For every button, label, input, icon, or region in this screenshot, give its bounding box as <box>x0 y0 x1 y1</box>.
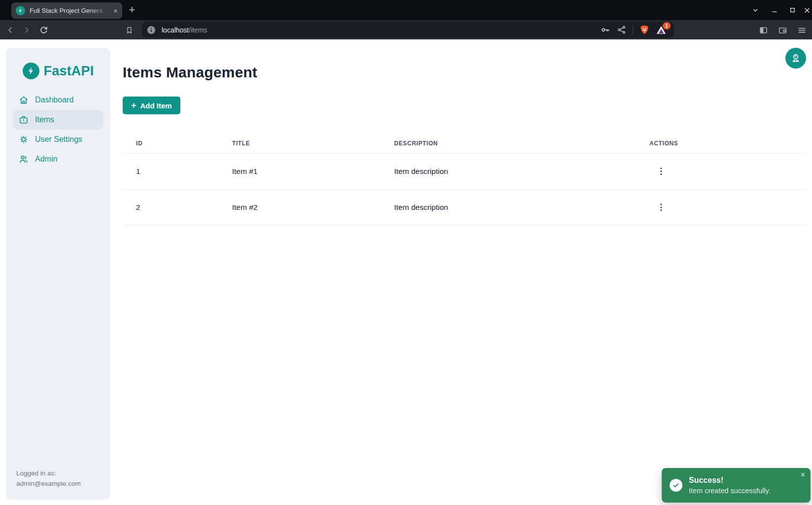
sidebar-item-dashboard[interactable]: Dashboard <box>13 90 103 110</box>
sidebar-item-user-settings[interactable]: User Settings <box>13 130 103 149</box>
home-icon <box>19 95 29 105</box>
row-actions-kebab-icon[interactable]: ⋮ <box>654 201 668 214</box>
column-header-id: ID <box>123 140 232 147</box>
toast-close-icon[interactable]: × <box>801 471 805 479</box>
tab-search-icon[interactable] <box>750 0 760 20</box>
table-header-row: ID TITLE DESCRIPTION ACTIONS <box>123 133 806 153</box>
column-header-actions: ACTIONS <box>649 140 806 147</box>
sidebar-toggle-icon[interactable] <box>757 24 770 36</box>
cell-id: 2 <box>123 203 232 212</box>
address-bar[interactable]: localhost/items 1 <box>142 22 674 38</box>
sidebar-item-label: Admin <box>35 155 57 164</box>
forward-icon[interactable] <box>20 24 33 36</box>
window-close-icon[interactable] <box>802 0 812 20</box>
tab-close-icon[interactable]: × <box>113 7 118 14</box>
logged-in-info: Logged in as: admin@example.com <box>16 468 81 489</box>
tab-title: Full Stack Project Genera <box>30 7 111 14</box>
browser-toolbar: localhost/items 1 <box>0 20 812 39</box>
window-maximize-icon[interactable] <box>787 0 797 20</box>
table-row: 1 Item #1 Item description ⋮ <box>123 153 806 189</box>
table-row: 2 Item #2 Item description ⋮ <box>123 189 806 225</box>
brave-shield-icon[interactable] <box>640 25 649 35</box>
toast-message: Item created successfully. <box>689 486 771 496</box>
cell-title: Item #2 <box>232 203 394 212</box>
column-header-title: TITLE <box>232 140 394 147</box>
fastapi-bolt-icon <box>23 63 39 79</box>
window-minimize-icon[interactable] <box>770 0 779 20</box>
toast-text: Success! Item created successfully. <box>689 475 771 496</box>
row-actions-kebab-icon[interactable]: ⋮ <box>654 165 668 178</box>
sidebar-item-admin[interactable]: Admin <box>13 149 103 169</box>
main-content: Items Management + Add Item ID TITLE DES… <box>123 39 806 225</box>
tab-strip: Full Stack Project Genera × + <box>0 0 812 20</box>
cell-description: Item description <box>394 203 649 212</box>
column-header-description: DESCRIPTION <box>394 140 649 147</box>
reload-icon[interactable] <box>37 24 50 36</box>
back-icon[interactable] <box>4 24 17 36</box>
app-page: FastAPI Dashboard Items User Settings <box>0 39 812 505</box>
plus-icon: + <box>131 101 136 110</box>
cell-title: Item #1 <box>232 167 394 176</box>
sidebar-nav: Dashboard Items User Settings Admin <box>13 90 103 169</box>
fastapi-favicon-icon <box>16 6 25 15</box>
brave-rewards-icon[interactable]: 1 <box>656 25 667 35</box>
cell-description: Item description <box>394 167 649 176</box>
sidebar: FastAPI Dashboard Items User Settings <box>6 48 110 500</box>
cell-id: 1 <box>123 167 232 176</box>
url-host: localhost <box>162 26 189 34</box>
sidebar-item-label: Dashboard <box>35 96 73 104</box>
logged-in-label: Logged in as: <box>16 468 81 478</box>
check-circle-icon <box>670 479 682 492</box>
add-item-button[interactable]: + Add Item <box>123 97 180 114</box>
logged-in-email: admin@example.com <box>16 478 81 489</box>
url-path: /items <box>189 26 207 34</box>
items-table: ID TITLE DESCRIPTION ACTIONS 1 Item #1 I… <box>123 133 806 225</box>
add-item-label: Add Item <box>140 101 172 110</box>
toolbar-divider <box>633 26 633 34</box>
gear-icon <box>19 135 29 144</box>
site-info-icon[interactable] <box>147 26 156 34</box>
toast-title: Success! <box>689 475 771 486</box>
fastapi-logo: FastAPI <box>6 63 110 79</box>
success-toast: Success! Item created successfully. × <box>662 468 811 503</box>
users-icon <box>19 154 29 164</box>
sidebar-item-label: User Settings <box>35 135 82 144</box>
wallet-icon[interactable] <box>776 24 789 36</box>
rewards-badge: 1 <box>663 22 671 30</box>
share-icon[interactable] <box>617 25 626 34</box>
saved-passwords-key-icon[interactable] <box>600 25 610 35</box>
sidebar-item-items[interactable]: Items <box>13 110 103 130</box>
browser-chrome: Full Stack Project Genera × + <box>0 0 812 39</box>
page-title: Items Management <box>123 64 806 81</box>
logo-text: FastAPI <box>44 64 94 79</box>
bookmark-icon[interactable] <box>123 24 135 36</box>
url-text: localhost/items <box>162 26 207 34</box>
new-tab-button[interactable]: + <box>126 3 138 16</box>
briefcase-icon <box>19 115 29 125</box>
browser-tab[interactable]: Full Stack Project Genera × <box>11 2 122 19</box>
menu-icon[interactable] <box>795 24 808 36</box>
sidebar-item-label: Items <box>35 115 54 124</box>
